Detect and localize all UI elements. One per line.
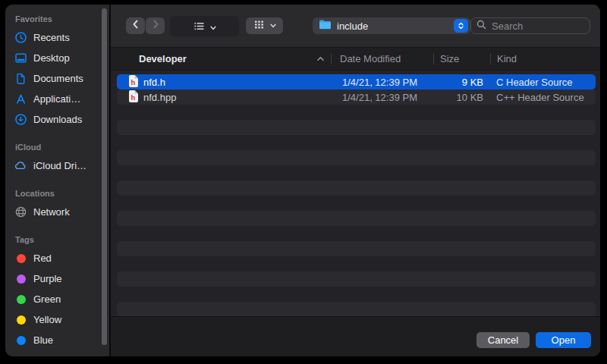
popup-updown-icon (454, 19, 468, 33)
sidebar-scrollbar[interactable] (102, 8, 107, 345)
svg-text:h: h (131, 77, 135, 86)
header-file-icon: h (128, 90, 138, 105)
open-button[interactable]: Open (536, 332, 591, 348)
sidebar-item-documents[interactable]: Documents (5, 68, 109, 89)
sidebar-item-downloads[interactable]: Downloads (5, 109, 109, 130)
file-name-cell: h nfd.h (117, 75, 331, 89)
sidebar-item-label: Applicati… (33, 93, 80, 105)
green-tag-dot-icon (14, 293, 27, 306)
sidebar-item-tag-green[interactable]: Green (5, 289, 109, 309)
sidebar-item-label: All Tags (33, 355, 68, 356)
file-name-cell: h nfd.hpp (117, 90, 331, 105)
column-header-size[interactable]: Size (433, 48, 490, 70)
search-input[interactable] (490, 20, 584, 33)
sidebar-item-label: Purple (33, 273, 62, 284)
chevron-down-icon (209, 21, 217, 35)
table-row-nfd-h[interactable]: h nfd.h 1/4/21, 12:39 PM 9 KB C Header S… (117, 74, 596, 89)
sidebar-item-tag-red[interactable]: Red (5, 248, 109, 268)
screen: Favorites Recents Desktop (0, 0, 607, 364)
sidebar-item-desktop[interactable]: Desktop (5, 48, 109, 68)
folder-select[interactable]: include (313, 17, 470, 34)
file-name: nfd.h (143, 77, 165, 88)
sidebar-section-tags: Tags (5, 234, 109, 245)
cancel-button[interactable]: Cancel (476, 332, 530, 348)
empty-row (117, 196, 596, 211)
search-field[interactable] (470, 17, 590, 34)
sort-ascending-icon (316, 53, 325, 64)
file-list: h nfd.h 1/4/21, 12:39 PM 9 KB C Header S… (111, 71, 600, 316)
file-date-modified: 1/4/21, 12:39 PM (331, 92, 433, 103)
empty-row (117, 135, 596, 150)
column-header-date-label: Date Modified (340, 53, 401, 64)
search-icon (476, 19, 486, 33)
file-date-modified: 1/4/21, 12:39 PM (331, 77, 433, 88)
sidebar-content: Favorites Recents Desktop (5, 5, 109, 356)
group-view-button[interactable] (246, 17, 283, 34)
sidebar-item-recents[interactable]: Recents (5, 27, 109, 48)
empty-row (117, 256, 596, 271)
sidebar-item-label: Documents (33, 73, 83, 84)
sidebar-item-label: Blue (33, 334, 53, 346)
back-button[interactable] (126, 17, 145, 34)
sidebar-item-network[interactable]: Network (5, 202, 109, 222)
blue-folder-icon (319, 19, 332, 33)
folder-select-value: include (337, 20, 368, 32)
empty-row (117, 180, 596, 196)
dialog-footer: Cancel Open (111, 316, 600, 356)
file-name: nfd.hpp (143, 92, 176, 103)
empty-row (117, 105, 596, 120)
column-header-name-label: Developer (139, 53, 187, 64)
file-open-dialog: Favorites Recents Desktop (5, 5, 600, 356)
sidebar: Favorites Recents Desktop (5, 5, 111, 356)
empty-row (117, 302, 596, 316)
download-circle-icon (14, 113, 27, 126)
red-tag-dot-icon (14, 252, 27, 265)
sidebar-item-tag-purple[interactable]: Purple (5, 268, 109, 289)
file-size: 10 KB (433, 92, 490, 103)
sidebar-item-label: Recents (33, 32, 70, 43)
column-header-kind-label: Kind (497, 53, 517, 64)
sidebar-item-all-tags[interactable]: All Tags (5, 350, 109, 356)
chevron-down-icon (269, 19, 277, 33)
sidebar-item-label: Downloads (33, 114, 82, 125)
empty-row (117, 226, 596, 241)
sidebar-item-tag-yellow[interactable]: Yellow (5, 309, 109, 330)
empty-row (117, 120, 596, 135)
yellow-tag-dot-icon (14, 313, 27, 326)
navigation-buttons (126, 17, 165, 34)
purple-tag-dot-icon (14, 272, 27, 285)
empty-row (117, 211, 596, 226)
empty-row (117, 271, 596, 287)
table-row-nfd-hpp[interactable]: h nfd.hpp 1/4/21, 12:39 PM 10 KB C++ Hea… (117, 89, 596, 105)
file-kind: C++ Header Source (490, 92, 596, 103)
sidebar-item-icloud-drive[interactable]: iCloud Dri… (5, 155, 109, 176)
main-panel: include Developer (111, 5, 600, 356)
clock-icon (14, 31, 27, 44)
sidebar-item-label: iCloud Dri… (33, 160, 86, 171)
sidebar-item-label: Yellow (33, 314, 61, 325)
file-kind: C Header Source (490, 77, 596, 88)
all-tags-circle-icon (14, 354, 27, 356)
sidebar-item-applications[interactable]: Applicati… (5, 89, 109, 109)
sidebar-section-favorites: Favorites (5, 14, 109, 24)
toolbar: include (111, 5, 600, 47)
list-view-button[interactable] (170, 16, 239, 36)
column-header-kind[interactable]: Kind (490, 48, 600, 70)
cloud-icon (14, 159, 27, 172)
sidebar-item-label: Desktop (33, 52, 70, 64)
chevron-right-icon (149, 17, 162, 34)
column-header-row: Developer Date Modified Size Kind (111, 47, 600, 71)
empty-row (117, 165, 596, 180)
sidebar-item-tag-blue[interactable]: Blue (5, 330, 109, 350)
chevron-left-icon (129, 17, 143, 34)
column-header-name[interactable]: Developer (111, 48, 331, 70)
column-header-size-label: Size (440, 53, 459, 64)
svg-text:h: h (131, 93, 135, 101)
header-file-icon: h (128, 75, 138, 89)
sidebar-item-label: Network (33, 206, 70, 218)
empty-row (117, 241, 596, 256)
forward-button[interactable] (146, 17, 165, 34)
column-header-date-modified[interactable]: Date Modified (331, 48, 433, 70)
desktop-icon (14, 52, 27, 64)
empty-row (117, 150, 596, 165)
